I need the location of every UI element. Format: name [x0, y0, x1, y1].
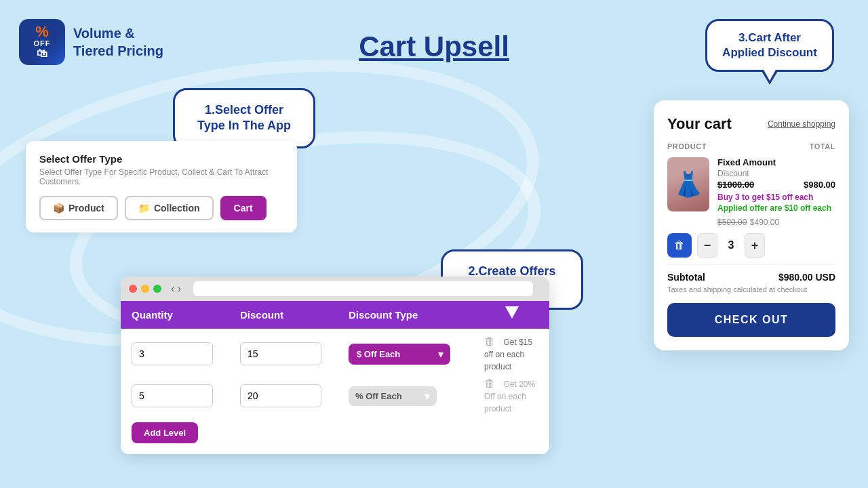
col-product-label: PRODUCT [667, 142, 707, 150]
product-name-sub: Discount [717, 169, 835, 178]
logo-icon: % OFF 🛍 [19, 19, 65, 65]
row2-discount-input[interactable] [240, 384, 321, 407]
qty-decrease-button[interactable]: − [697, 233, 717, 258]
row2-type-wrapper: % Off Each $ Off Each [349, 386, 437, 406]
price-sale: $980.00 [804, 180, 835, 190]
titlebar-urlbar [193, 281, 533, 296]
row2-type-cell: % Off Each $ Off Each [349, 386, 484, 406]
tax-message: Taxes and shipping calculated at checkou… [667, 285, 835, 293]
row1-qty-cell [132, 342, 240, 365]
subtotal-row: Subtotal $980.00 USD [667, 272, 835, 283]
add-level-button[interactable]: Add Level [132, 422, 198, 443]
collection-icon: 📁 [138, 203, 150, 214]
offer-type-buttons: 📦 Product 📁 Collection Cart [39, 196, 283, 220]
row1-type-select[interactable]: $ Off Each % Off Each [349, 344, 450, 365]
row1-type-wrapper: $ Off Each % Off Each [349, 344, 450, 365]
row2-quantity-input[interactable] [132, 384, 213, 407]
logo-bag-icon: 🛍 [37, 47, 47, 60]
row2-qty-cell [132, 384, 240, 407]
btn-collection[interactable]: 📁 Collection [125, 196, 214, 220]
cart-divider [667, 264, 835, 265]
btn-product[interactable]: 📦 Product [39, 196, 118, 220]
product-name: Fixed Amount [717, 157, 835, 167]
logo-text: Volume & Tiered Pricing [73, 24, 163, 60]
applied-offer-message: Applied offer are $10 off each [717, 203, 835, 213]
col-discount-type: Discount Type [349, 309, 484, 321]
delete-item-button[interactable]: 🗑 [667, 233, 692, 258]
row1-hint-cell: 🗑 Get $15 off on each product [484, 336, 538, 372]
logo-percent: % [35, 24, 49, 39]
cart-label: Cart [234, 203, 253, 214]
row2-discount-cell [240, 384, 349, 407]
col-discount: Discount [240, 309, 349, 321]
product-icon: 📦 [53, 203, 64, 214]
table-row-2: % Off Each $ Off Each 🗑 Get 20% Off on e… [132, 378, 538, 414]
row1-discount-input[interactable] [240, 342, 321, 365]
product-details: Fixed Amount Discount $1000.00 $980.00 B… [717, 157, 835, 228]
cart-header: Your cart Continue shopping [667, 115, 835, 133]
page-title: Cart Upsell [359, 30, 509, 63]
bubble-cart-after: 3.Cart AfterApplied Discount [705, 19, 834, 72]
row2-trash-icon[interactable]: 🗑 [484, 378, 495, 389]
row2-type-select[interactable]: % Off Each $ Off Each [349, 386, 437, 406]
subtotal-value: $980.00 USD [778, 272, 835, 283]
product-image: 👗 [667, 157, 709, 211]
table-body: $ Off Each % Off Each 🗑 Get $15 off on e… [121, 329, 549, 454]
checkout-button[interactable]: CHECK OUT [667, 303, 835, 337]
row1-trash-icon[interactable]: 🗑 [484, 336, 495, 347]
titlebar-arrows: ‹ › [171, 283, 181, 295]
row1-discount-cell [240, 342, 349, 365]
price-original: $1000.00 [717, 180, 754, 190]
offer-type-card: Select Offer Type Select Offer Type For … [26, 141, 297, 232]
btn-cart[interactable]: Cart [220, 196, 267, 220]
row1-quantity-input[interactable] [132, 342, 213, 365]
cart-product-row: 👗 Fixed Amount Discount $1000.00 $980.00… [667, 157, 835, 228]
logo-off-text: OFF [34, 39, 51, 47]
logo: % OFF 🛍 Volume & Tiered Pricing [19, 19, 163, 65]
table-row-1: $ Off Each % Off Each 🗑 Get $15 off on e… [132, 336, 538, 372]
price-final: $490.00 [750, 218, 779, 227]
subtotal-label: Subtotal [667, 272, 705, 283]
app-titlebar: ‹ › [121, 277, 549, 301]
price-range: $500.00 $490.00 [717, 216, 835, 228]
qty-increase-button[interactable]: + [745, 233, 765, 258]
price-strike: $500.00 [717, 218, 747, 227]
cart-columns: PRODUCT TOTAL [667, 142, 835, 150]
upsell-message: Buy 3 to get $15 off each [717, 192, 835, 202]
titlebar-dot-green [153, 285, 161, 293]
app-window: ‹ › Quantity Discount Discount Type $ Of… [121, 277, 549, 454]
offer-type-desc: Select Offer Type For Specific Product, … [39, 167, 283, 186]
titlebar-dot-red [129, 285, 137, 293]
bubble-select-offer-text: 1.Select OfferType In The App [190, 102, 298, 134]
bubble-select-offer: 1.Select OfferType In The App [173, 88, 315, 148]
collection-label: Collection [154, 203, 200, 214]
row1-type-cell: $ Off Each % Off Each [349, 344, 484, 365]
col-quantity: Quantity [132, 309, 240, 321]
row2-hint-cell: 🗑 Get 20% Off on each product [484, 378, 538, 414]
continue-shopping-link[interactable]: Continue shopping [768, 119, 835, 129]
titlebar-dot-yellow [141, 285, 149, 293]
bubble-cart-after-text: 3.Cart AfterApplied Discount [721, 30, 818, 60]
cart-title: Your cart [667, 115, 732, 133]
col-total-label: TOTAL [810, 142, 835, 150]
quantity-controls: 🗑 − 3 + [667, 233, 835, 258]
cart-panel: Your cart Continue shopping PRODUCT TOTA… [654, 100, 849, 350]
table-header: Quantity Discount Discount Type [121, 301, 549, 329]
product-label: Product [68, 203, 104, 214]
quantity-value: 3 [723, 239, 739, 251]
